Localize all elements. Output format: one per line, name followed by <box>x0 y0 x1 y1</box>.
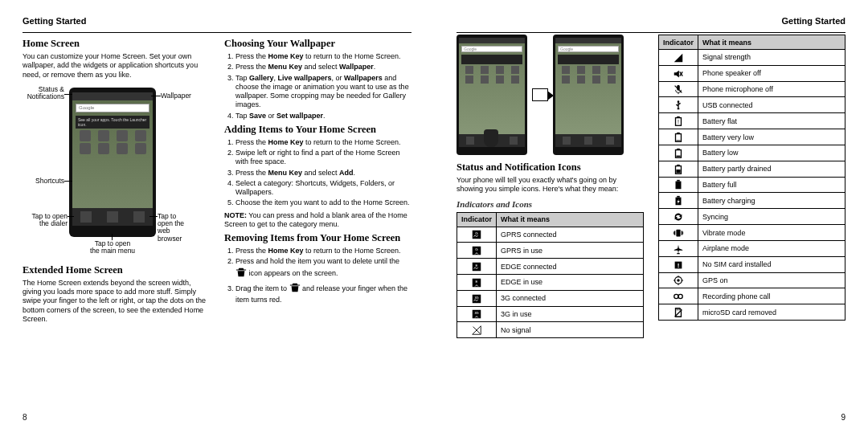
arrow-right-icon <box>532 88 548 101</box>
wallpaper-steps: Press the Home Key to return to the Home… <box>224 52 411 121</box>
svg-rect-22 <box>677 116 680 118</box>
speaker-off-icon <box>659 65 698 81</box>
indicators-subheading: Indicators and Icons <box>457 199 644 209</box>
callout-wallpaper: Wallpaper <box>161 92 191 100</box>
battery-vlow-icon <box>659 129 698 145</box>
indicator-meaning: 3G connected <box>497 290 644 306</box>
page-number-9: 9 <box>841 413 845 422</box>
callout-status-notifications: Status & Notifications <box>23 86 64 101</box>
adding-steps: Press the Home Key to return to the Home… <box>224 138 411 208</box>
table-row: EEDGE in use <box>457 274 644 290</box>
thumbnails-row: Google Google <box>457 35 644 155</box>
svg-point-50 <box>674 295 678 299</box>
battery-low-icon <box>659 145 698 161</box>
indicator-meaning: GPRS in use <box>497 243 644 259</box>
indicator-meaning: EDGE connected <box>497 259 644 275</box>
table-row: !Battery flat <box>659 113 845 129</box>
phone-icon <box>98 130 109 141</box>
callout-dialer: Tap to open the dialer <box>23 213 68 228</box>
th-indicator: Indicator <box>659 35 698 50</box>
left-col-1: Home Screen You can customize your Home … <box>23 35 210 327</box>
indicator-meaning: EDGE in use <box>497 274 644 290</box>
page-spread: Getting Started Home Screen You can cust… <box>0 0 868 433</box>
page-8: Getting Started Home Screen You can cust… <box>0 0 434 433</box>
phone-status-bar <box>72 92 153 100</box>
header-title-right: Getting Started <box>457 16 845 26</box>
callout-line <box>151 96 161 96</box>
battery-charging-icon <box>659 193 698 209</box>
svg-rect-20 <box>678 108 680 110</box>
usb-icon <box>659 97 698 113</box>
gprs-use-icon: G <box>457 243 497 259</box>
page-9: Getting Started Google <box>434 0 868 433</box>
indicator-meaning: Battery charging <box>698 193 845 209</box>
signal-icon <box>659 50 698 66</box>
indicator-meaning: No SIM card installed <box>698 256 845 272</box>
table-row: Airplane mode <box>659 240 845 256</box>
phone-icon <box>135 143 146 154</box>
phone-icon <box>117 143 128 154</box>
home-screen-body: You can customize your Home Screen. Set … <box>23 52 210 80</box>
svg-rect-33 <box>676 182 682 190</box>
phone-icon <box>80 143 91 154</box>
svg-rect-29 <box>676 155 680 157</box>
indicator-meaning: Battery flat <box>698 113 845 129</box>
header-title-left: Getting Started <box>23 16 411 26</box>
phone-icon <box>98 143 109 154</box>
indicator-table-2: Indicator What it means Signal strengthP… <box>658 35 845 321</box>
indicator-meaning: GPRS connected <box>497 227 644 243</box>
svg-rect-36 <box>677 196 680 198</box>
syncing-icon <box>659 209 698 225</box>
3g-use-icon: 3G <box>457 306 497 322</box>
svg-rect-31 <box>677 165 680 166</box>
header-rule <box>457 32 845 33</box>
removing-steps: Press the Home Key to return to the Home… <box>224 247 411 304</box>
table-row: Battery full <box>659 177 845 193</box>
table-row: 3G3G connected <box>457 290 644 306</box>
phone-icon <box>117 130 128 141</box>
table-row: !No SIM card installed <box>659 256 845 272</box>
table-row: Recording phone call <box>659 288 845 304</box>
airplane-icon <box>659 240 698 256</box>
left-col-2: Choosing Your Wallpaper Press the Home K… <box>224 35 411 327</box>
svg-rect-26 <box>676 140 680 141</box>
no-signal-icon <box>457 322 497 338</box>
table-row: 3G3G in use <box>457 306 644 322</box>
callout-line <box>64 94 72 95</box>
th-meaning: What it means <box>497 212 644 227</box>
indicator-meaning: No signal <box>497 322 644 338</box>
svg-text:G: G <box>475 231 478 235</box>
callout-main-menu: Tap to open the main menu <box>84 240 141 255</box>
callout-line <box>64 181 72 182</box>
vibrate-icon <box>659 225 698 241</box>
recording-icon <box>659 288 698 304</box>
table-row: Phone speaker off <box>659 65 845 81</box>
svg-text:!: ! <box>678 261 680 268</box>
table-row: microSD card removed <box>659 304 845 321</box>
table-row: No signal <box>457 322 644 338</box>
phone-thumbnail-2: Google <box>553 35 624 155</box>
svg-rect-25 <box>677 133 680 134</box>
trash-icon <box>289 282 301 296</box>
callout-line <box>68 216 74 217</box>
battery-flat-icon: ! <box>659 113 698 129</box>
battery-full-icon <box>659 177 698 193</box>
table-row: GGPRS in use <box>457 243 644 259</box>
svg-text:3G: 3G <box>474 296 478 300</box>
gprs-conn-icon: G <box>457 227 497 243</box>
svg-text:E: E <box>476 280 478 284</box>
trash-icon <box>235 267 247 280</box>
phone-tip-widget: See all your apps. Touch the Launcher ic… <box>76 116 149 129</box>
svg-text:G: G <box>475 247 478 251</box>
phone-search-widget: Google <box>76 104 149 112</box>
mic-off-icon <box>659 81 698 97</box>
th-meaning: What it means <box>698 35 845 50</box>
gps-icon <box>659 272 698 288</box>
table-row: GPS on <box>659 272 845 288</box>
phone-mockup: Google See all your apps. Touch the Laun… <box>69 88 156 237</box>
3g-conn-icon: 3G <box>457 290 497 306</box>
table-row: Battery very low <box>659 129 845 145</box>
indicator-table-1: Indicator What it means GGPRS connectedG… <box>457 212 644 339</box>
table-row: Battery charging <box>659 193 845 209</box>
indicator-meaning: Phone microphone off <box>698 81 845 97</box>
